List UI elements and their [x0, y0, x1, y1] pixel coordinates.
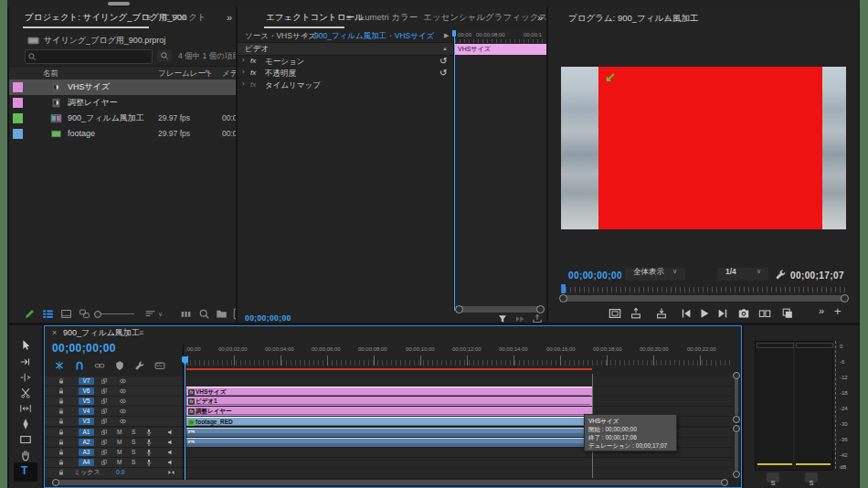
fx-timeline-scrollbar[interactable] [457, 306, 543, 313]
track-header-v7[interactable]: V7 [45, 377, 183, 387]
lock-icon[interactable] [58, 439, 65, 446]
toggle-track-output-icon[interactable] [119, 418, 127, 425]
sequence-clip-label[interactable]: 900_フィルム風加工・VHSサイズ [314, 32, 434, 40]
zoom-level-dropdown[interactable]: 全体表示 ∨ [625, 268, 685, 281]
clip-footage-red[interactable]: fx footage_RED [186, 417, 592, 426]
track-header-v5[interactable]: V5 [45, 397, 183, 407]
razor-tool[interactable] [19, 387, 32, 399]
play-in-to-out-icon[interactable] [514, 313, 525, 323]
mute-button[interactable]: M [117, 429, 122, 435]
timeline-scrollbar-handle-left[interactable] [52, 479, 59, 486]
item-name[interactable]: footage [68, 130, 95, 139]
sync-lock-icon[interactable] [101, 377, 108, 385]
expand-icon[interactable]: › [242, 69, 245, 77]
clip-video1[interactable]: fx ビデオ1 [186, 397, 592, 406]
rectangle-tool[interactable] [19, 433, 32, 446]
more-buttons-icon[interactable]: » [819, 305, 824, 316]
clip-footage-red-audio-1[interactable]: fx [186, 428, 592, 437]
fx-clip-bar[interactable]: VHSサイズ [455, 44, 546, 55]
program-scrollbar-handle-left[interactable] [559, 294, 567, 302]
track-target-badge[interactable]: V7 [79, 377, 94, 385]
solo-button[interactable]: S [132, 439, 135, 445]
fx-scrollbar-handle-left[interactable] [455, 305, 463, 313]
effect-row-opacity[interactable]: › fx 不透明度 ↺ [238, 68, 453, 80]
panel-menu-icon[interactable]: ≡ [346, 13, 352, 23]
add-button[interactable]: + [834, 305, 842, 318]
lock-icon[interactable] [58, 387, 65, 395]
video-scrollbar-handle-bottom[interactable] [733, 416, 740, 423]
lock-icon[interactable] [58, 459, 65, 466]
export-icon[interactable] [532, 313, 543, 323]
toggle-track-output-icon[interactable] [119, 387, 127, 395]
toggle-track-output-icon[interactable] [119, 398, 127, 405]
add-marker-icon[interactable] [114, 360, 125, 371]
lock-icon[interactable] [58, 429, 65, 436]
ripple-edit-tool[interactable] [19, 371, 32, 384]
program-scrollbar-handle-right[interactable] [841, 294, 849, 302]
panel-menu-icon[interactable]: ≡ [146, 13, 152, 23]
column-media[interactable]: メデ [222, 69, 236, 78]
hand-tool[interactable] [19, 449, 32, 461]
sort-button[interactable] [144, 308, 156, 320]
fx-timeline-area[interactable] [453, 30, 546, 311]
project-file-name[interactable]: サイリング_ブログ用_900.prproj [44, 37, 165, 46]
track-header-v4[interactable]: V4 [45, 407, 183, 417]
program-scrub-ticks[interactable] [561, 287, 846, 292]
tab-lumetri-color[interactable]: Lumetri カラー [360, 13, 418, 22]
effect-name[interactable]: モーション [265, 58, 304, 66]
video-scrollbar-handle-top[interactable] [733, 372, 740, 379]
timeline-tab[interactable]: 900_フィルム風加工 [63, 329, 140, 338]
automate-to-sequence-button[interactable] [180, 308, 192, 320]
safe-margins-button[interactable] [609, 307, 621, 320]
lock-icon[interactable] [58, 398, 65, 405]
solo-button[interactable]: S [132, 449, 135, 455]
sync-lock-icon[interactable] [101, 449, 108, 456]
new-item-button[interactable] [231, 308, 236, 320]
comparison-view-button[interactable] [758, 307, 771, 320]
track-header-v3[interactable]: V3 [45, 417, 183, 427]
track-target-badge[interactable]: A4 [79, 459, 94, 466]
label-color-swatch[interactable] [13, 98, 23, 108]
slip-tool[interactable] [19, 402, 32, 415]
multi-camera-button[interactable] [781, 307, 794, 320]
show-clip-timeline-icon[interactable]: ▶ [444, 32, 449, 39]
clip-vhs-size[interactable]: fx VHSサイズ [186, 387, 592, 396]
export-frame-button[interactable] [737, 307, 750, 320]
lock-icon[interactable] [58, 418, 65, 425]
track-target-badge[interactable]: V3 [79, 418, 94, 425]
track-target-badge[interactable]: V6 [79, 387, 94, 395]
program-scrollbar[interactable] [561, 295, 846, 302]
lock-icon[interactable] [58, 469, 65, 476]
project-row[interactable]: VHSサイズ [9, 80, 236, 95]
playback-resolution-dropdown[interactable]: 1/4 ∨ [717, 268, 768, 281]
sync-lock-icon[interactable] [101, 459, 108, 466]
audio-tracks-scrollbar[interactable] [735, 432, 738, 471]
audio-scrollbar-handle-top[interactable] [733, 425, 740, 432]
label-color-swatch[interactable] [13, 82, 23, 92]
fx-badge-icon[interactable]: fx [250, 58, 256, 66]
program-timecode[interactable]: 00;00;00;00 [568, 271, 622, 281]
keyframe-bowtie-icon[interactable] [167, 469, 175, 476]
timeline-playhead[interactable] [185, 356, 185, 482]
item-name[interactable]: 調整レイヤー [68, 99, 118, 108]
project-writable-icon[interactable] [24, 308, 36, 320]
search-in-bin-button[interactable] [157, 49, 172, 62]
track-header-mix[interactable]: ミックス 0.0 [45, 468, 183, 479]
mute-button[interactable]: M [117, 449, 122, 455]
voiceover-mic-icon[interactable] [145, 459, 153, 466]
expand-icon[interactable]: › [242, 57, 245, 65]
solo-left-button[interactable]: S [767, 472, 779, 483]
snap-icon[interactable] [74, 360, 85, 371]
settings-wrench-icon[interactable] [775, 269, 787, 281]
track-header-a4[interactable]: A4 M S [45, 458, 183, 468]
program-title[interactable]: プログラム: 900_フィルム風加工 [568, 14, 698, 23]
icon-view-button[interactable] [60, 308, 72, 320]
effect-row-motion[interactable]: › fx モーション ↺ [238, 56, 453, 68]
tab-effects[interactable]: エフェクト [162, 13, 206, 22]
sync-lock-icon[interactable] [101, 429, 108, 436]
fx-badge-icon[interactable]: fx [250, 69, 256, 78]
selection-tool[interactable] [19, 339, 32, 352]
more-panels-icon[interactable]: » [537, 12, 543, 23]
panel-menu-icon[interactable]: ≡ [139, 329, 143, 338]
type-tool[interactable]: T [14, 462, 37, 482]
